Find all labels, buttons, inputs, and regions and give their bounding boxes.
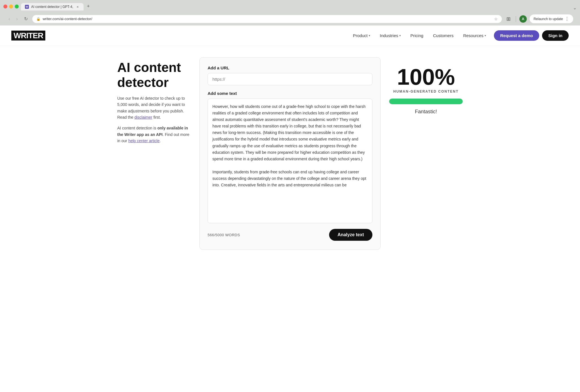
logo-text: WRITER xyxy=(11,31,45,41)
nav-resources[interactable]: Resources ▾ xyxy=(459,31,490,40)
relaunch-button[interactable]: Relaunch to update ⋮ xyxy=(530,14,573,23)
address-bar[interactable]: 🔒 writer.com/ai-content-detector/ ☆ xyxy=(32,15,502,23)
word-count: 566/5000 WORDS xyxy=(208,233,240,237)
nav-product-caret: ▾ xyxy=(369,34,370,37)
analyze-button[interactable]: Analyze text xyxy=(329,229,372,241)
percentage-display: 100% xyxy=(397,66,455,88)
new-tab-button[interactable]: + xyxy=(85,2,92,10)
rating-label: Fantastic! xyxy=(415,109,437,115)
url-section-label: Add a URL xyxy=(208,65,372,70)
nav-product-label: Product xyxy=(353,33,368,38)
api-note-end: . xyxy=(159,139,161,143)
tab-title: AI content detector | GPT-4, xyxy=(31,5,73,9)
sign-in-button[interactable]: Sign in xyxy=(542,30,569,41)
url-input[interactable] xyxy=(208,73,372,85)
tab-favicon: W xyxy=(25,5,29,9)
tab-bar-end: ⌄ xyxy=(573,5,577,10)
forward-button[interactable]: › xyxy=(14,15,19,23)
nav-customers-label: Customers xyxy=(433,33,454,38)
nav-pricing[interactable]: Pricing xyxy=(406,31,427,40)
logo[interactable]: WRITER xyxy=(11,31,45,40)
tab-bar: W AI content detector | GPT-4, ✕ + ⌄ xyxy=(21,2,577,10)
page-title-line2: detector xyxy=(117,75,169,90)
nav-product[interactable]: Product ▾ xyxy=(349,31,374,40)
extensions-button[interactable]: ⊞ xyxy=(505,15,512,23)
page-title: AI content detector xyxy=(117,60,191,90)
relaunch-label: Relaunch to update xyxy=(534,17,563,21)
disclaimer-link[interactable]: disclaimer xyxy=(135,115,152,120)
nav-pricing-label: Pricing xyxy=(410,33,423,38)
nav-resources-label: Resources xyxy=(463,33,483,38)
description-end: first. xyxy=(153,115,161,120)
api-note-prefix: AI content detection is xyxy=(117,126,157,130)
main-content: AI content detector Use our free AI dete… xyxy=(106,46,474,261)
bookmark-icon[interactable]: ☆ xyxy=(494,17,498,21)
nav-industries[interactable]: Industries ▾ xyxy=(376,31,405,40)
navbar: WRITER Product ▾ Industries ▾ Pricing Cu… xyxy=(0,25,580,46)
progress-bar-fill xyxy=(389,99,463,104)
lock-icon: 🔒 xyxy=(36,17,40,21)
text-section-label: Add some text xyxy=(208,91,372,96)
fullscreen-button[interactable] xyxy=(15,5,19,8)
help-center-link[interactable]: help center article xyxy=(128,139,160,143)
active-tab[interactable]: W AI content detector | GPT-4, ✕ xyxy=(21,3,84,10)
nav-links: Product ▾ Industries ▾ Pricing Customers… xyxy=(349,30,569,41)
nav-customers[interactable]: Customers xyxy=(429,31,458,40)
page-description: Use our free AI detector to check up to … xyxy=(117,95,191,121)
relaunch-menu-icon: ⋮ xyxy=(565,16,569,22)
profile-avatar[interactable]: A xyxy=(519,15,527,23)
request-demo-button[interactable]: Request a demo xyxy=(494,30,539,41)
traffic-lights xyxy=(3,5,19,8)
minimize-button[interactable] xyxy=(9,5,13,8)
bottom-bar: 566/5000 WORDS Analyze text xyxy=(208,229,372,241)
api-note: AI content detection is only available i… xyxy=(117,125,191,144)
human-generated-label: HUMAN-GENERATED CONTENT xyxy=(393,90,459,93)
center-panel: Add a URL Add some text 566/5000 WORDS A… xyxy=(199,57,381,250)
nav-industries-label: Industries xyxy=(380,33,398,38)
progress-bar xyxy=(389,99,463,104)
reload-button[interactable]: ↻ xyxy=(22,15,29,23)
close-button[interactable] xyxy=(3,5,7,8)
address-bar-row: ‹ › ↻ 🔒 writer.com/ai-content-detector/ … xyxy=(3,13,577,25)
text-input[interactable] xyxy=(208,99,372,223)
left-panel: AI content detector Use our free AI dete… xyxy=(117,57,191,144)
right-panel: 100% HUMAN-GENERATED CONTENT Fantastic! xyxy=(389,57,463,115)
back-button[interactable]: ‹ xyxy=(7,15,12,23)
page: WRITER Product ▾ Industries ▾ Pricing Cu… xyxy=(0,25,580,392)
page-title-line1: AI content xyxy=(117,60,181,75)
tab-close-button[interactable]: ✕ xyxy=(76,5,80,9)
nav-industries-caret: ▾ xyxy=(399,34,401,37)
nav-resources-caret: ▾ xyxy=(485,34,486,37)
url-display: writer.com/ai-content-detector/ xyxy=(43,17,492,21)
